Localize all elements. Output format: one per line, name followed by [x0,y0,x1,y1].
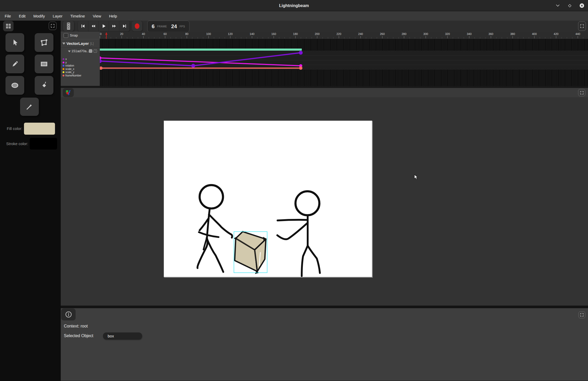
sublayer-collapse-icon[interactable] [68,51,71,52]
property-name: scale_y [65,71,74,74]
fill-color-swatch[interactable] [24,123,55,135]
toolbox-expand-button[interactable] [49,22,57,30]
timeline-film-button[interactable] [63,21,74,31]
keyframe-curve-area[interactable] [100,51,588,70]
layer-collapse-icon[interactable] [62,43,65,45]
tool-paint-bucket-button[interactable] [35,76,53,95]
tool-pencil-button[interactable] [5,55,24,73]
menu-item-edit[interactable]: Edit [19,14,26,18]
playhead[interactable] [102,32,110,39]
tool-ellipse-button[interactable] [5,76,24,95]
property-row-scale_x[interactable]: scale_x [61,67,74,71]
snap-checkbox[interactable] [64,33,68,38]
frames-strip-lower[interactable] [100,70,588,86]
property-row-rotation[interactable]: rotation [61,64,74,67]
stage[interactable] [164,121,372,277]
property-row-frameNumber[interactable]: frameNumber [61,74,81,77]
property-row-x[interactable]: x [61,57,67,61]
layer-row[interactable]: VectorLayer [L] [61,39,100,47]
sublayer-name: 151ad70a... [71,49,89,53]
menu-item-help[interactable]: Help [109,14,117,18]
close-button[interactable] [579,3,584,8]
keyframe-x [299,51,303,55]
menu-item-layer[interactable]: Layer [53,14,63,18]
layer-clip-bar[interactable] [100,49,302,51]
frames-strip-upper[interactable] [100,39,588,51]
timeline-expand-button[interactable] [578,21,586,31]
menu-item-modify[interactable]: Modify [33,14,45,18]
property-color-dot [63,58,64,60]
minimize-button[interactable] [555,3,560,8]
svg-text:120: 120 [228,32,232,35]
selected-object-value[interactable]: box [103,332,142,340]
keyframe-curves [100,51,588,70]
svg-text:240: 240 [358,32,363,35]
rewind-button[interactable] [88,21,99,31]
layer-name: VectorLayer [66,41,89,46]
menu-item-view[interactable]: View [93,14,101,18]
timeline-ruler[interactable]: 0204060801001201401601802002202402602803… [100,32,588,39]
frame-label: FRAME [157,25,167,28]
timeline-panel: Snap VectorLayer [L] 151ad70a... ~ xyrot… [61,32,588,86]
menu-item-file[interactable]: File [5,14,11,18]
property-name: scale_x [65,68,74,70]
svg-text:440: 440 [575,32,580,35]
sublayer-visibility-button[interactable] [89,49,92,53]
maximize-button[interactable] [567,3,572,8]
skip-to-start-button[interactable] [78,21,88,31]
svg-text:420: 420 [554,32,558,35]
svg-text:40: 40 [142,32,145,35]
svg-text:80: 80 [185,32,188,35]
app-window: Lightningbeam FileEditModifyLayerTimelin… [0,0,588,381]
tool-eyedropper-button[interactable] [20,98,39,116]
svg-text:160: 160 [271,32,276,35]
stick-figure-right[interactable] [277,191,320,276]
box-object[interactable] [234,232,267,274]
play-button[interactable] [99,21,109,31]
chevron-down-icon [556,4,560,7]
canvas-expand-button[interactable] [578,89,585,96]
stick-figure-left[interactable] [198,185,232,272]
record-button[interactable] [132,21,142,31]
skip-to-end-button[interactable] [119,21,130,31]
property-row-y[interactable]: y [61,61,67,64]
grid-icon [5,23,11,29]
tool-rectangle-button[interactable] [35,55,53,73]
svg-text:220: 220 [336,32,341,35]
expand-icon [51,24,55,28]
property-name: rotation [65,64,74,67]
stroke-color-swatch[interactable] [30,138,57,150]
svg-text:380: 380 [510,32,515,35]
stage-artwork [164,121,372,277]
fps-label: FPS [180,25,185,28]
inspector-panel: Context: root Selected Object box [61,308,588,381]
timeline-tracks[interactable]: 0204060801001201401601802002202402602803… [100,32,588,86]
sublayer-row[interactable]: 151ad70a... ~ [61,48,100,55]
rewind-icon [90,24,96,28]
current-frame-value: 6 [152,23,155,29]
skip-start-icon [80,24,85,28]
playback-controls [78,21,130,31]
panel-divider [61,86,588,88]
svg-text:260: 260 [380,32,385,35]
menu-bar: FileEditModifyLayerTimelineViewHelp [0,11,588,21]
expand-icon [580,24,584,28]
stroke-color-label: Stroke color: [0,138,28,150]
info-button[interactable] [61,308,76,320]
canvas-workspace[interactable] [61,97,588,306]
tool-select-button[interactable] [5,33,24,52]
svg-text:140: 140 [250,32,254,35]
menu-item-timeline[interactable]: Timeline [70,14,85,18]
sublayer-tilde-button[interactable]: ~ [94,49,97,53]
panel-grid-button[interactable] [3,21,14,31]
tool-transform-button[interactable] [35,33,53,52]
close-icon [579,3,584,8]
fast-forward-button[interactable] [109,21,119,31]
property-row-scale_y[interactable]: scale_y [61,70,74,74]
diamond-icon [568,4,572,8]
property-color-dot [63,68,64,70]
svg-text:340: 340 [467,32,471,35]
canvas-app-button[interactable] [63,88,74,97]
inspector-expand-button[interactable] [578,311,585,318]
svg-text:180: 180 [293,32,298,35]
